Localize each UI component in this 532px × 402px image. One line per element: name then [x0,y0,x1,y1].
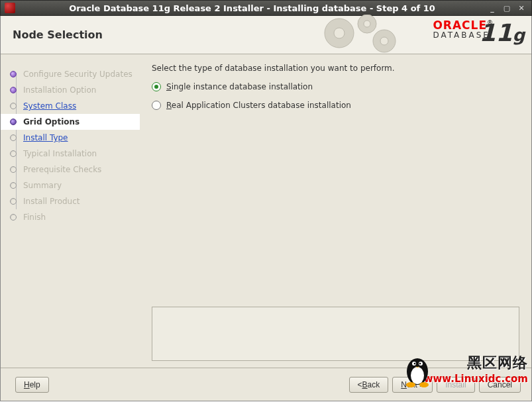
window-title: Oracle Database 11g Release 2 Installer … [21,3,484,13]
page-title: Node Selection [1,28,103,41]
step-dot-icon [10,214,17,221]
wizard-sidebar: Configure Security UpdatesInstallation O… [1,54,140,368]
step-dot-icon [10,150,17,157]
step-dot-icon [10,166,17,173]
step-dot-icon [10,198,17,205]
step-list: Configure Security UpdatesInstallation O… [10,66,140,225]
step-dot-icon [10,134,17,141]
install-option-1[interactable]: Real Application Clusters database insta… [152,101,519,110]
next-button[interactable]: Next > [392,377,433,393]
oracle-logo: ORACLE® DATABASE 11g [433,20,523,39]
step-label: System Class [23,101,76,111]
radio-icon[interactable] [152,101,161,110]
gears-decoration [313,15,419,54]
wizard-step-3: Grid Options [1,114,140,130]
wizard-step-6: Prerequisite Checks [10,162,140,177]
wizard-step-1: Installation Option [10,82,140,98]
header: Node Selection ORACLE® DATABASE 11g [1,16,531,54]
minimize-button[interactable]: _ [486,3,498,13]
step-label: Install Product [23,197,80,206]
help-button[interactable]: Help [15,377,49,393]
step-dot-icon [10,71,17,77]
wizard-step-5: Typical Installation [10,146,140,162]
message-box [152,307,519,361]
window-titlebar: Oracle Database 11g Release 2 Installer … [0,0,532,16]
window-body: Node Selection ORACLE® DATABASE 11g Conf… [0,16,532,401]
install-option-0[interactable]: Single instance database installation [152,82,519,91]
close-button[interactable]: ✕ [515,3,527,13]
step-dot-icon [10,103,17,109]
step-label: Grid Options [23,117,80,126]
step-label: Installation Option [23,85,96,95]
wizard-step-2[interactable]: System Class [10,98,140,114]
content-area: Configure Security UpdatesInstallation O… [1,54,531,368]
step-label: Install Type [23,133,68,142]
wizard-step-0: Configure Security Updates [10,66,140,82]
step-dot-icon [10,182,17,189]
cancel-button[interactable]: Cancel [479,377,521,393]
wizard-step-9: Finish [10,209,140,225]
install-type-radio-group: Single instance database installationRea… [152,82,519,119]
step-label: Summary [23,181,62,190]
svg-point-5 [380,37,388,45]
back-button[interactable]: < Back [349,377,389,393]
radio-icon[interactable] [152,82,161,91]
instruction-text: Select the type of database installation… [152,64,519,73]
step-dot-icon [10,119,17,125]
step-label: Typical Installation [23,149,97,158]
step-dot-icon [10,87,17,93]
wizard-step-4[interactable]: Install Type [10,130,140,146]
step-label: Finish [23,213,46,222]
radio-label: Single instance database installation [166,82,313,91]
step-label: Configure Security Updates [23,70,133,79]
app-icon [5,3,15,13]
svg-point-3 [364,21,370,27]
main-panel: Select the type of database installation… [140,54,531,368]
radio-label: Real Application Clusters database insta… [166,101,351,110]
footer: Help < Back Next > Install Cancel [1,368,531,401]
maximize-button[interactable]: ▢ [501,3,513,13]
wizard-step-8: Install Product [10,193,140,209]
svg-point-1 [334,28,345,38]
install-button: Install [437,377,474,393]
brand-version: 11g [479,21,525,45]
wizard-step-7: Summary [10,177,140,193]
step-label: Prerequisite Checks [23,165,101,174]
